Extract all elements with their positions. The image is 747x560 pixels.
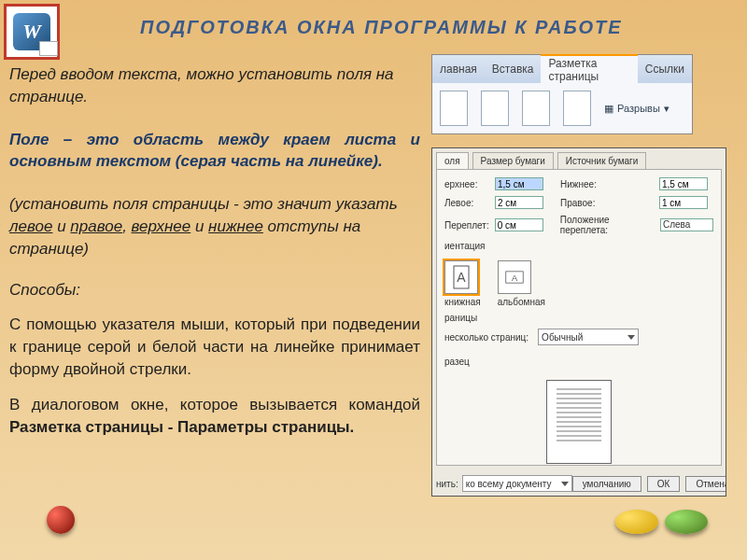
ribbon-orientation-icon [481, 91, 509, 126]
cancel-button: Отмена [685, 476, 726, 492]
input-right [659, 196, 708, 209]
content-text: Перед вводом текста, можно установить по… [9, 63, 420, 451]
sel-apply: ко всему документу [462, 475, 572, 492]
dlg-tab-paper: Размер бумаги [472, 152, 554, 169]
nav-prev-button[interactable] [615, 510, 658, 534]
sel-pages: Обычный [538, 329, 639, 345]
word-icon-letter: W [13, 13, 50, 50]
explain-text: (установить поля страницы - это значит у… [9, 193, 420, 259]
svg-text:A: A [512, 273, 518, 283]
preview-section: разец [444, 357, 713, 367]
pages-section: раницы [444, 313, 713, 323]
sel-gutterpos: Слева [660, 218, 713, 231]
ribbon-tab-home: лавная [432, 55, 485, 83]
orient-landscape: A альбомная [498, 260, 545, 307]
ok-button: ОК [647, 476, 681, 492]
input-top [495, 177, 543, 190]
page-title: ПОДГОТОВКА ОКНА ПРОГРАММЫ К РАБОТЕ [140, 17, 623, 38]
default-button: умолчанию [572, 476, 641, 492]
ribbon-tab-refs: Ссылки [638, 55, 692, 83]
lbl-pages: несколько страниц: [444, 332, 529, 343]
ribbon-screenshot: лавная Вставка Разметка страницы Ссылки … [431, 54, 693, 134]
landscape-icon: A [498, 260, 531, 294]
svg-text:A: A [457, 270, 466, 285]
ribbon-breaks: ▦Разрывы▾ [604, 103, 669, 115]
nav-next-button[interactable] [665, 510, 708, 534]
chevron-down-icon [627, 335, 635, 340]
lbl-right: Правое: [560, 198, 654, 208]
lbl-apply: нить: [436, 479, 458, 489]
ribbon-tabs: лавная Вставка Разметка страницы Ссылки [432, 55, 692, 83]
ribbon-columns-icon [563, 91, 591, 126]
input-left [495, 196, 543, 209]
orientation-section: иентация [444, 241, 713, 251]
lbl-gutterpos: Положение переплета: [560, 215, 655, 235]
preview-page [546, 380, 612, 464]
ribbon-size-icon [522, 91, 550, 126]
definition-text: Поле – это область между краем листа и о… [9, 129, 420, 174]
ribbon-margins-icon [440, 91, 468, 126]
ways-label: Способы: [9, 279, 420, 301]
input-gutter [495, 218, 543, 231]
lbl-bottom: Нижнее: [560, 179, 654, 189]
ribbon-tab-insert: Вставка [485, 55, 542, 83]
intro-text: Перед вводом текста, можно установить по… [9, 63, 420, 108]
ribbon-body: ▦Разрывы▾ [432, 83, 692, 133]
way-2: В диалоговом окне, которое вызывается ко… [9, 394, 420, 439]
nav-back-button[interactable] [47, 506, 75, 534]
lbl-top: ерхнее: [444, 179, 489, 189]
dlg-tab-margins: оля [436, 152, 469, 169]
word-app-icon: W [4, 4, 60, 60]
lbl-gutter: Переплет: [444, 220, 489, 231]
lbl-left: Левое: [444, 198, 489, 208]
ribbon-tab-layout: Разметка страницы [541, 54, 637, 84]
page-setup-dialog: оля Размер бумаги Источник бумаги ерхнее… [431, 147, 726, 497]
chevron-down-icon [561, 482, 569, 486]
input-bottom [659, 177, 708, 190]
dlg-tab-source: Источник бумаги [557, 152, 647, 169]
preview [444, 380, 713, 464]
way-1: С помощью указателя мыши, который при по… [9, 314, 420, 380]
portrait-icon: A [444, 260, 478, 294]
orient-portrait: A книжная [444, 260, 481, 307]
